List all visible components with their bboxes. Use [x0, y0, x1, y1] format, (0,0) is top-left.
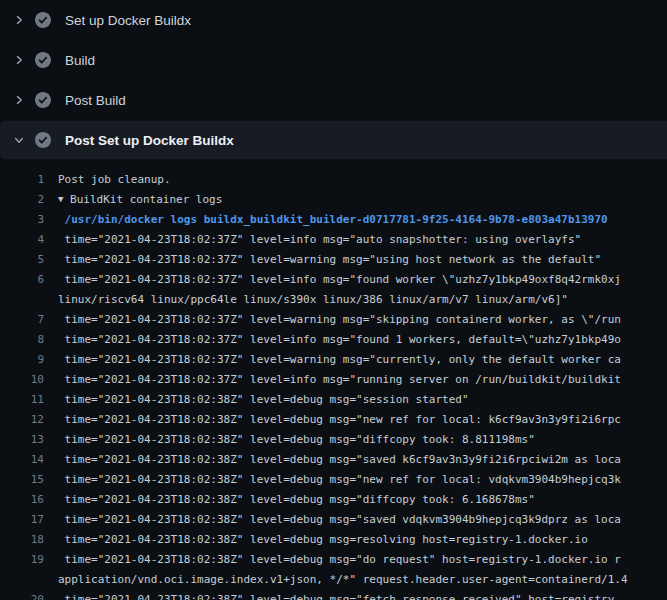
- log-row: 9 time="2021-04-23T18:02:37Z" level=warn…: [0, 350, 667, 370]
- log-text: time="2021-04-23T18:02:37Z" level=info m…: [44, 230, 667, 250]
- step-row-set-up-docker-buildx[interactable]: Set up Docker Buildx: [0, 0, 667, 40]
- group-caret-icon[interactable]: ▼: [58, 190, 63, 209]
- log-group-toggle[interactable]: ▼ BuildKit container logs: [44, 190, 667, 210]
- log-text: time="2021-04-23T18:02:37Z" level=info m…: [44, 370, 667, 390]
- step-label: Set up Docker Buildx: [65, 13, 191, 28]
- line-number[interactable]: [0, 570, 44, 590]
- log-text: Post job cleanup.: [44, 170, 667, 190]
- check-circle-icon: [35, 52, 51, 68]
- log-row: 5 time="2021-04-23T18:02:37Z" level=warn…: [0, 250, 667, 270]
- line-number[interactable]: [0, 290, 44, 310]
- log-text: time="2021-04-23T18:02:38Z" level=debug …: [44, 450, 667, 470]
- chevron-right-icon: [12, 93, 26, 107]
- log-text: time="2021-04-23T18:02:38Z" level=debug …: [44, 530, 667, 550]
- log-lines: 1 Post job cleanup. 2 ▼ BuildKit contain…: [0, 159, 667, 600]
- step-label: Build: [65, 53, 95, 68]
- log-row: 8 time="2021-04-23T18:02:37Z" level=info…: [0, 330, 667, 350]
- line-number[interactable]: 6: [0, 270, 44, 290]
- line-number[interactable]: 17: [0, 510, 44, 530]
- log-text: time="2021-04-23T18:02:37Z" level=info m…: [44, 270, 667, 290]
- step-row-post-set-up-docker-buildx[interactable]: Post Set up Docker Buildx: [0, 121, 667, 159]
- line-number[interactable]: 10: [0, 370, 44, 390]
- log-row: 15 time="2021-04-23T18:02:38Z" level=deb…: [0, 470, 667, 490]
- actions-log-viewer: Set up Docker Buildx Build: [0, 0, 667, 600]
- log-row: 17 time="2021-04-23T18:02:38Z" level=deb…: [0, 510, 667, 530]
- log-text: time="2021-04-23T18:02:38Z" level=debug …: [44, 550, 667, 570]
- log-text: time="2021-04-23T18:02:38Z" level=debug …: [44, 390, 667, 410]
- log-row: 12 time="2021-04-23T18:02:38Z" level=deb…: [0, 410, 667, 430]
- log-text: linux/riscv64 linux/ppc64le linux/s390x …: [44, 290, 667, 310]
- log-text: application/vnd.oci.image.index.v1+json,…: [44, 570, 667, 590]
- log-text: time="2021-04-23T18:02:37Z" level=warnin…: [44, 350, 667, 370]
- log-row: 19 time="2021-04-23T18:02:38Z" level=deb…: [0, 550, 667, 570]
- line-number[interactable]: 11: [0, 390, 44, 410]
- line-number[interactable]: 5: [0, 250, 44, 270]
- log-text: time="2021-04-23T18:02:38Z" level=debug …: [44, 470, 667, 490]
- line-number[interactable]: 18: [0, 530, 44, 550]
- log-row: application/vnd.oci.image.index.v1+json,…: [0, 570, 667, 590]
- log-text: time="2021-04-23T18:02:37Z" level=warnin…: [44, 250, 667, 270]
- log-row: 20 time="2021-04-23T18:02:38Z" level=deb…: [0, 590, 667, 600]
- line-number[interactable]: 15: [0, 470, 44, 490]
- log-row: 7 time="2021-04-23T18:02:37Z" level=warn…: [0, 310, 667, 330]
- log-row: 10 time="2021-04-23T18:02:37Z" level=inf…: [0, 370, 667, 390]
- log-row: 6 time="2021-04-23T18:02:37Z" level=info…: [0, 270, 667, 290]
- line-number[interactable]: 19: [0, 550, 44, 570]
- chevron-down-icon: [12, 133, 26, 147]
- log-text: time="2021-04-23T18:02:37Z" level=info m…: [44, 330, 667, 350]
- log-row: 4 time="2021-04-23T18:02:37Z" level=info…: [0, 230, 667, 250]
- step-row-post-build[interactable]: Post Build: [0, 80, 667, 120]
- log-row: 3 /usr/bin/docker logs buildx_buildkit_b…: [0, 210, 667, 230]
- check-circle-icon: [35, 12, 51, 28]
- log-row: 18 time="2021-04-23T18:02:38Z" level=deb…: [0, 530, 667, 550]
- line-number[interactable]: 8: [0, 330, 44, 350]
- chevron-right-icon: [12, 53, 26, 67]
- step-label: Post Build: [65, 93, 126, 108]
- log-text: /usr/bin/docker logs buildx_buildkit_bui…: [44, 210, 667, 230]
- log-row: linux/riscv64 linux/ppc64le linux/s390x …: [0, 290, 667, 310]
- log-row: 16 time="2021-04-23T18:02:38Z" level=deb…: [0, 490, 667, 510]
- log-text: time="2021-04-23T18:02:38Z" level=debug …: [44, 590, 667, 600]
- log-text: time="2021-04-23T18:02:38Z" level=debug …: [44, 410, 667, 430]
- log-row: 14 time="2021-04-23T18:02:38Z" level=deb…: [0, 450, 667, 470]
- log-text: time="2021-04-23T18:02:38Z" level=debug …: [44, 510, 667, 530]
- step-row-build[interactable]: Build: [0, 40, 667, 80]
- log-row: 13 time="2021-04-23T18:02:38Z" level=deb…: [0, 430, 667, 450]
- line-number[interactable]: 16: [0, 490, 44, 510]
- check-circle-icon: [35, 132, 51, 148]
- line-number[interactable]: 2: [0, 190, 44, 210]
- line-number[interactable]: 13: [0, 430, 44, 450]
- log-text: time="2021-04-23T18:02:38Z" level=debug …: [44, 490, 667, 510]
- step-label: Post Set up Docker Buildx: [65, 133, 234, 148]
- check-circle-icon: [35, 92, 51, 108]
- chevron-right-icon: [12, 13, 26, 27]
- log-text: time="2021-04-23T18:02:38Z" level=debug …: [44, 430, 667, 450]
- log-row: 1 Post job cleanup.: [0, 170, 667, 190]
- log-row: 2 ▼ BuildKit container logs: [0, 190, 667, 210]
- line-number[interactable]: 3: [0, 210, 44, 230]
- line-number[interactable]: 12: [0, 410, 44, 430]
- line-number[interactable]: 14: [0, 450, 44, 470]
- line-number[interactable]: 4: [0, 230, 44, 250]
- line-number[interactable]: 20: [0, 590, 44, 600]
- line-number[interactable]: 9: [0, 350, 44, 370]
- log-row: 11 time="2021-04-23T18:02:38Z" level=deb…: [0, 390, 667, 410]
- log-text: time="2021-04-23T18:02:37Z" level=warnin…: [44, 310, 667, 330]
- line-number[interactable]: 1: [0, 170, 44, 190]
- line-number[interactable]: 7: [0, 310, 44, 330]
- steps-list: Set up Docker Buildx Build: [0, 0, 667, 159]
